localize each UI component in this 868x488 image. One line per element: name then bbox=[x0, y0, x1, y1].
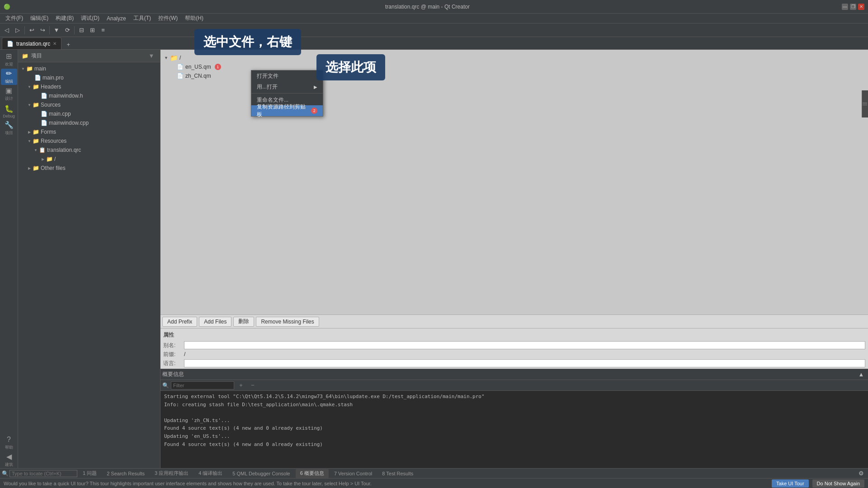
toolbar-redo[interactable]: ↪ bbox=[38, 25, 47, 35]
toolbar-sync[interactable]: ⟳ bbox=[62, 25, 72, 35]
bottom-tab-3[interactable]: 3 应用程序输出 bbox=[150, 469, 193, 478]
tab-close[interactable]: ✕ bbox=[53, 41, 57, 46]
tooltip-select-item: 选择此项 bbox=[316, 54, 385, 80]
bottom-tab-2[interactable]: 2 Search Results bbox=[102, 469, 149, 478]
tree-item-main-cpp[interactable]: 📄 main.cpp bbox=[18, 109, 160, 118]
qrc-file-icon-zh: 📄 bbox=[177, 73, 184, 79]
bottom-tab-4[interactable]: 4 编译输出 bbox=[194, 469, 227, 478]
toolbar-collapse[interactable]: ⊟ bbox=[76, 25, 86, 35]
locate-input[interactable] bbox=[9, 470, 77, 477]
sidebar-projects[interactable]: 🔧 项目 bbox=[1, 120, 17, 136]
output-line-8 bbox=[164, 448, 864, 456]
tree-item-headers[interactable]: ▼ 📁 Headers bbox=[18, 82, 160, 91]
toolbar-back[interactable]: ◁ bbox=[2, 25, 12, 35]
bottom-settings[interactable]: ⚙ bbox=[856, 469, 866, 479]
remove-missing-button[interactable]: Remove Missing Files bbox=[256, 317, 319, 327]
do-not-show-button[interactable]: Do Not Show Again bbox=[812, 479, 864, 488]
arrow-spacer2 bbox=[34, 93, 41, 99]
menu-analyze[interactable]: Analyze bbox=[103, 14, 130, 23]
menu-debug[interactable]: 调试(D) bbox=[77, 14, 103, 23]
bottom-tab-6[interactable]: 6 概要信息 bbox=[296, 469, 329, 478]
debug-icon: 🐛 bbox=[5, 104, 14, 113]
ctx-open-with[interactable]: 用...打开 ▶ bbox=[251, 81, 323, 92]
menu-file[interactable]: 文件(F) bbox=[2, 14, 27, 23]
tree-item-main-pro[interactable]: 📄 main.pro bbox=[18, 73, 160, 82]
ctx-open-file[interactable]: 打开文件 bbox=[251, 70, 323, 81]
tree-label-sources: Sources bbox=[41, 102, 61, 108]
menu-build[interactable]: 构建(B) bbox=[52, 14, 77, 23]
tree-item-forms[interactable]: ▶ 📁 Forms bbox=[18, 127, 160, 136]
toolbar-filter[interactable]: ▼ bbox=[52, 25, 61, 35]
tree-item-other-files[interactable]: ▶ 📁 Other files bbox=[18, 164, 160, 173]
bottom-tab-5-label: 5 QML Debugger Console bbox=[232, 471, 290, 476]
menu-widget[interactable]: 控件(W) bbox=[155, 14, 181, 23]
sidebar-help[interactable]: ? 帮助 bbox=[1, 435, 17, 451]
filter-input[interactable] bbox=[171, 381, 234, 389]
menu-help[interactable]: 帮助(H) bbox=[181, 14, 207, 23]
expand-icon-qrc: ▼ bbox=[33, 147, 39, 153]
tree-label-main-pro: main.pro bbox=[42, 75, 64, 81]
folder-icon-forms: 📁 bbox=[33, 129, 39, 135]
tree-item-prefix[interactable]: ▶ 📁 / bbox=[18, 155, 160, 164]
output-scroll-up[interactable]: ▲ bbox=[856, 370, 866, 380]
menu-tools[interactable]: 工具(T) bbox=[130, 14, 155, 23]
take-ui-tour-button[interactable]: Take UI Tour bbox=[772, 479, 809, 488]
output-add-btn[interactable]: + bbox=[236, 380, 246, 390]
tab-translation-qrc[interactable]: 📄 translation.qrc ✕ bbox=[2, 38, 61, 49]
add-prefix-button[interactable]: Add Prefix bbox=[162, 317, 197, 327]
bottom-tab-3-label: 3 应用程序输出 bbox=[155, 470, 189, 477]
qrc-prefix-label: / bbox=[179, 55, 181, 61]
tree-item-translation-qrc[interactable]: ▼ 📋 translation.qrc bbox=[18, 145, 160, 155]
sidebar-build[interactable]: ◀ 建筑 bbox=[1, 452, 17, 468]
tree-item-resources[interactable]: ▼ 📁 Resources bbox=[18, 136, 160, 145]
sidebar-welcome[interactable]: ⊞ 欢迎 bbox=[1, 52, 17, 68]
tree-item-mainwindow-h[interactable]: 📄 mainwindow.h bbox=[18, 91, 160, 100]
sidebar-edit[interactable]: ✏ 编辑 bbox=[1, 69, 17, 85]
lang-input[interactable] bbox=[184, 359, 865, 367]
bottom-tab-7[interactable]: 7 Version Control bbox=[330, 469, 377, 478]
expand-icon-main: ▼ bbox=[20, 66, 26, 72]
ctx-badge: 2 bbox=[311, 108, 317, 114]
sidebar-debug[interactable]: 🐛 Debug bbox=[1, 103, 17, 119]
toolbar-undo[interactable]: ↩ bbox=[27, 25, 37, 35]
tree-item-mainwindow-cpp[interactable]: 📄 mainwindow.cpp bbox=[18, 118, 160, 127]
properties-title: 属性 bbox=[163, 331, 865, 339]
close-button[interactable]: ✕ bbox=[858, 4, 864, 10]
bottom-tab-1[interactable]: 1 问题 bbox=[78, 469, 101, 478]
right-panel-handle[interactable]: ||| bbox=[862, 90, 868, 117]
bottom-tab-8[interactable]: 8 Test Results bbox=[377, 469, 418, 478]
project-icon: 📁 bbox=[22, 53, 28, 59]
project-filter-btn[interactable]: ▼ bbox=[146, 51, 156, 61]
alias-label: 别名: bbox=[163, 342, 181, 349]
toolbar-forward[interactable]: ▷ bbox=[13, 25, 23, 35]
arrow-spacer4 bbox=[34, 120, 41, 126]
output-line-1: Starting external tool "C:\Qt\Qt5.14.2\5… bbox=[164, 393, 864, 401]
bottom-tab-7-label: 7 Version Control bbox=[334, 471, 372, 476]
bottom-tab-5[interactable]: 5 QML Debugger Console bbox=[228, 469, 294, 478]
project-header: 📁 项目 ▼ bbox=[18, 50, 160, 62]
sidebar-design[interactable]: ▣ 设计 bbox=[1, 86, 17, 102]
output-remove-btn[interactable]: − bbox=[248, 380, 258, 390]
toolbar-sep2 bbox=[49, 26, 50, 34]
ctx-copy-path[interactable]: 复制资源路径到剪贴板 2 bbox=[251, 105, 323, 116]
tree-item-sources[interactable]: ▼ 📁 Sources bbox=[18, 100, 160, 109]
toolbar-expand[interactable]: ⊞ bbox=[87, 25, 97, 35]
toolbar-layout[interactable]: ≡ bbox=[98, 25, 108, 35]
tab-add[interactable]: + bbox=[63, 39, 73, 49]
output-panel: 概要信息 ▲ 🔍 + − Starting external tool "C:\… bbox=[160, 369, 868, 468]
qrc-badge-en: 1 bbox=[215, 64, 221, 70]
add-files-button[interactable]: Add Files bbox=[199, 317, 231, 327]
output-line-6: Updating 'en_US.ts'... bbox=[164, 432, 864, 441]
qrc-buttons: Add Prefix Add Files 删除 Remove Missing F… bbox=[160, 314, 868, 328]
ctx-arrow-icon: ▶ bbox=[314, 84, 317, 89]
tree-label-other-files: Other files bbox=[41, 165, 66, 171]
restore-button[interactable]: ❐ bbox=[850, 4, 856, 10]
minimize-button[interactable]: — bbox=[842, 4, 848, 10]
alias-input[interactable] bbox=[184, 341, 865, 349]
app-icon: 🟢 bbox=[4, 4, 10, 10]
menu-edit[interactable]: 编辑(E) bbox=[27, 14, 52, 23]
prefix-value: / bbox=[184, 351, 865, 357]
tree-item-main[interactable]: ▼ 📁 main bbox=[18, 64, 160, 73]
delete-button[interactable]: 删除 bbox=[233, 317, 254, 327]
project-title: 项目 bbox=[31, 52, 42, 60]
